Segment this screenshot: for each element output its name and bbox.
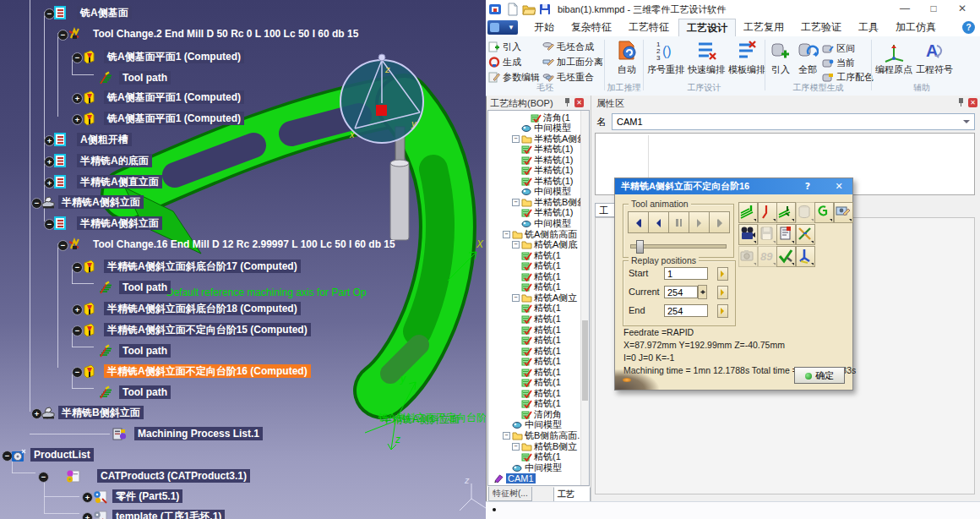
tree-item[interactable]: Tool path [119,281,171,294]
slider-thumb[interactable] [636,240,644,254]
ribbon-button-毛坯重合[interactable]: 毛坯重合 [542,70,594,84]
tree-expander[interactable]: − [38,472,49,483]
pin-icon[interactable] [958,98,965,107]
start-input[interactable]: 1 [664,267,708,280]
tree-item[interactable]: 铣A侧基面 [77,6,132,19]
end-picker-button[interactable] [717,304,728,318]
ribbon-button-模板编排[interactable]: 模板编排 [727,39,766,76]
tree-item[interactable]: Tool path [119,385,171,399]
tree-expander[interactable]: − [512,241,520,249]
ribbon-button-加工面分离[interactable]: 加工面分离 [542,55,603,68]
tree-expander[interactable]: − [72,367,83,378]
bop-close-icon[interactable]: ✕ [574,98,584,107]
new-file-icon[interactable] [506,3,520,16]
current-spinner[interactable] [698,285,707,299]
save-icon[interactable] [538,3,552,16]
panel-tab-工艺结..[interactable]: 工艺结.. [553,487,591,502]
ribbon-button-序号重排[interactable]: 123()序号重排 [646,39,685,76]
property-close-icon[interactable]: ✕ [968,98,977,107]
ribbon-button-快速编排[interactable]: 快速编排 [687,39,726,76]
ribbon-button-当前[interactable]: 当前 [822,56,855,69]
current-input[interactable]: 254 [664,286,698,298]
tree-item[interactable]: 铣A侧基面平面1 (Computed) [104,50,244,63]
panel-tab-特征树(...[interactable]: 特征树(... [488,487,532,501]
dialog-title-bar[interactable]: 半精铣A侧斜立面不定向台阶16 [615,178,852,194]
tree-expander[interactable]: − [72,52,83,63]
app-menu-button[interactable]: ▼ [487,20,518,35]
open-file-icon[interactable] [522,3,536,16]
tree-item[interactable]: ProductList [30,448,94,462]
tree-item[interactable]: Tool path [119,71,171,85]
bop-tree-item[interactable]: 中间模型 [512,462,562,473]
current-picker-button[interactable] [717,286,728,299]
verify-check-button[interactable] [776,246,796,267]
tree-item[interactable]: 铣A侧基面平面1 (Computed) [104,90,244,104]
tab-工艺设计[interactable]: 工艺设计 [678,19,736,37]
start-picker-button[interactable] [717,267,728,281]
tree-item[interactable]: 半精铣A侧直立面 [77,175,162,188]
bop-tree-item[interactable]: CAM1 [493,473,536,483]
ribbon-button-编程原点[interactable]: 编程原点 [874,39,913,76]
tree-expander[interactable]: + [72,304,83,315]
ribbon-button-引入[interactable]: 引入 [768,39,793,76]
bop-tree[interactable]: 清角(1中间模型−半精铣A侧斜半精铣(1)半精铣(1)半精铣(1)半精铣(1)中… [487,110,590,486]
transport-step-back-button[interactable] [648,211,669,233]
close-button[interactable]: ✕ [948,0,977,18]
tab-加工仿真[interactable]: 加工仿真 [888,19,944,36]
tree-expander[interactable]: + [72,93,83,104]
tree-item[interactable]: 半精铣A侧斜立面斜底台阶17 (Computed) [104,260,301,273]
toolpath-modify-button[interactable] [776,202,796,223]
tree-item-label[interactable]: 中间模型 [525,462,562,474]
viewport-3d[interactable]: Default reference machining axis for Par… [0,0,486,519]
tree-item-label[interactable]: CAM1 [506,473,536,483]
tree-expander[interactable]: − [72,325,83,336]
tree-expander[interactable]: − [512,294,520,302]
tree-item[interactable]: 半精铣A侧斜立面 [58,195,144,209]
dialog-close-button[interactable]: ✕ [832,180,846,193]
transport-play-button[interactable] [689,211,710,233]
ribbon-button-毛坯合成[interactable]: 毛坯合成 [542,40,594,53]
report-button[interactable] [776,224,796,245]
ribbon-button-参数编辑[interactable]: 参数编辑 [488,70,540,84]
ribbon-button-区间[interactable]: 区间 [822,41,855,55]
tree-expander[interactable]: + [72,114,83,125]
ok-button[interactable]: 确定 [794,367,845,384]
end-input[interactable]: 254 [664,304,708,317]
replay-slider[interactable] [630,244,727,249]
tree-item[interactable]: 半精铣B侧斜立面 [58,406,144,419]
maximize-button[interactable]: □ [919,0,948,18]
tree-expander[interactable]: − [503,432,510,440]
tree-expander[interactable]: − [512,135,520,143]
tree-item[interactable]: 半精铣A侧斜立面不定向台阶16 (Computed) [104,364,311,378]
tree-item[interactable]: Machining Process List.1 [134,427,263,440]
tree-expander[interactable]: + [82,512,93,519]
tree-item[interactable]: 半精铣A侧斜立面斜底台阶18 (Computed) [104,302,301,315]
ribbon-button-全部[interactable]: 全部 [795,39,820,76]
ribbon-button-引入[interactable]: 引入 [488,40,521,53]
tree-item[interactable]: template (工序1毛坯.1) [112,510,225,519]
ribbon-button-工序配色[interactable]: 工序配色 [822,70,874,84]
tree-item[interactable]: Tool Change.16 End Mill D 12 Rc 2.99997 … [90,238,399,251]
tree-item[interactable]: 半精铣A的底面 [77,154,152,167]
tree-item[interactable]: 半精铣A侧斜立面 [77,216,162,230]
tab-开始[interactable]: 开始 [526,19,562,36]
transport-to-start-button[interactable] [628,211,649,233]
tree-expander[interactable]: + [82,492,93,503]
tree-item[interactable]: A侧粗开槽 [77,133,132,146]
ribbon-button-自动[interactable]: 自动 [607,39,646,76]
tab-工具[interactable]: 工具 [851,19,886,36]
scrollbar-thumb[interactable] [582,320,588,401]
toolpath-analyze-button[interactable] [796,224,815,245]
tree-expander[interactable]: − [503,231,510,238]
video-record-button[interactable] [738,224,758,245]
pin-icon[interactable] [564,98,571,107]
tree-item[interactable]: 零件 (Part5.1) [112,489,182,503]
bop-scrollbar[interactable] [580,111,589,485]
dialog-help-button[interactable]: ? [801,180,814,193]
ribbon-button-生成[interactable]: 生成 [488,55,521,68]
tree-expander[interactable]: − [512,443,520,451]
photo-edit-button[interactable] [834,202,853,223]
tree-item[interactable]: CATProduct3 (CATProduct3.1) [97,469,250,483]
minimize-button[interactable]: — [890,0,919,18]
chevron-down-icon[interactable] [963,120,970,127]
